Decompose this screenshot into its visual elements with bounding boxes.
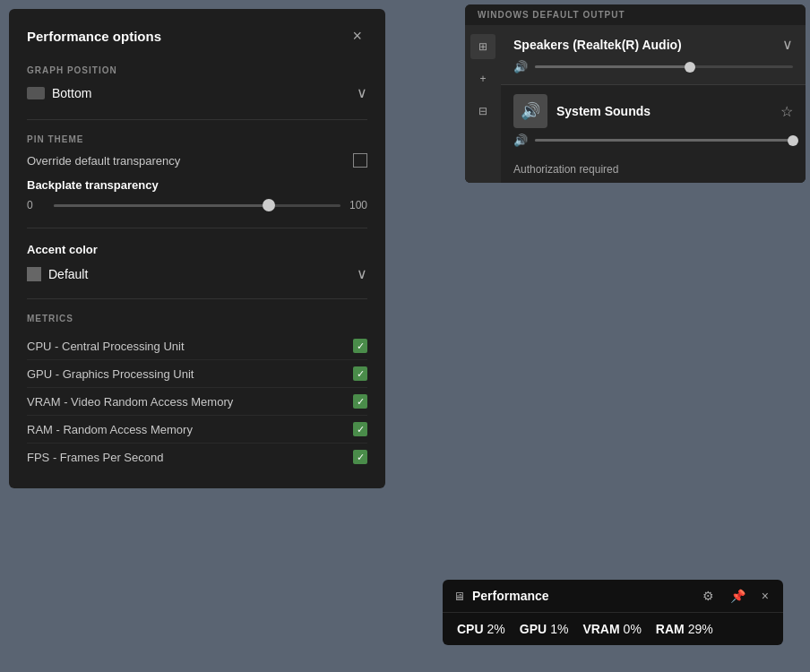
perf-vram-value: 0% — [624, 622, 642, 636]
speakers-row: Speakers (Realtek(R) Audio) ∨ — [501, 25, 806, 60]
metric-vram-label: VRAM - Video Random Access Memory — [27, 395, 233, 409]
metric-vram-checkbox[interactable] — [353, 394, 367, 409]
accent-chevron[interactable]: ∨ — [357, 265, 367, 282]
metric-row-cpu: CPU - Central Processing Unit — [27, 332, 367, 360]
metric-row-fps: FPS - Frames Per Second — [27, 444, 367, 470]
metric-gpu-label: GPU - Graphics Processing Unit — [27, 367, 194, 381]
perf-cpu-label: CPU — [457, 622, 484, 636]
perf-stat-cpu: CPU 2% — [457, 622, 505, 636]
metric-ram-label: RAM - Random Access Memory — [27, 423, 193, 436]
audio-icon-1[interactable]: ⊞ — [470, 34, 495, 59]
perf-monitor-icon: 🖥 — [453, 590, 465, 603]
perf-gpu-value: 1% — [550, 622, 568, 636]
metric-cpu-checkbox[interactable] — [353, 339, 367, 353]
perf-widget-title-row: 🖥 Performance — [453, 589, 549, 603]
metrics-list: CPU - Central Processing Unit GPU - Grap… — [27, 332, 367, 470]
performance-widget: 🖥 Performance ⚙ 📌 × CPU 2% GPU 1% VRAM 0… — [443, 580, 783, 645]
close-button[interactable]: × — [347, 25, 367, 47]
metric-row-vram: VRAM - Video Random Access Memory — [27, 388, 367, 416]
speakers-slider-fill — [535, 65, 690, 68]
panel-header: Performance options × — [27, 25, 367, 47]
audio-panel-header: WINDOWS DEFAULT OUTPUT — [465, 4, 806, 25]
audio-icon-2[interactable]: + — [470, 66, 495, 91]
pin-theme-label: PIN THEME — [27, 134, 367, 144]
override-transparency-checkbox[interactable] — [353, 153, 367, 168]
metrics-label: METRICS — [27, 314, 367, 323]
system-sounds-slider-row: 🔊 — [501, 128, 806, 156]
perf-ram-label: RAM — [656, 622, 685, 636]
perf-cpu-value: 2% — [487, 622, 505, 636]
metric-row-ram: RAM - Random Access Memory — [27, 416, 367, 444]
graph-position-chevron[interactable]: ∨ — [357, 84, 367, 101]
perf-stat-vram: VRAM 0% — [582, 622, 641, 636]
perf-settings-button[interactable]: ⚙ — [699, 587, 718, 605]
divider-2 — [27, 228, 367, 228]
accent-color-value: Default — [48, 267, 88, 281]
graph-position-icon — [27, 87, 45, 99]
graph-position-dropdown-row: Bottom ∨ — [27, 84, 367, 101]
audio-icon-3[interactable]: ⊟ — [470, 99, 495, 124]
system-slider-fill — [535, 139, 793, 142]
graph-position-label: GRAPH POSITION — [27, 65, 367, 75]
slider-min: 0 — [27, 199, 45, 211]
performance-options-panel: Performance options × GRAPH POSITION Bot… — [9, 9, 385, 488]
audio-panel: WINDOWS DEFAULT OUTPUT ⊞ + ⊟ Speakers (R… — [465, 4, 806, 183]
metric-cpu-label: CPU - Central Processing Unit — [27, 340, 185, 353]
perf-stat-gpu: GPU 1% — [520, 622, 569, 636]
perf-pin-button[interactable]: 📌 — [727, 587, 749, 605]
slider-max: 100 — [349, 199, 367, 211]
system-sounds-slider-track[interactable] — [535, 139, 793, 142]
perf-gpu-label: GPU — [520, 622, 547, 636]
speakers-chevron[interactable]: ∨ — [782, 36, 793, 53]
graph-position-text: Bottom — [52, 86, 91, 100]
perf-widget-actions: ⚙ 📌 × — [699, 587, 772, 605]
accent-color-heading: Accent color — [27, 243, 367, 256]
metric-row-gpu: GPU - Graphics Processing Unit — [27, 360, 367, 388]
volume-icon-system: 🔊 — [513, 134, 528, 147]
divider-1 — [27, 119, 367, 120]
perf-close-button[interactable]: × — [758, 587, 772, 605]
slider-fill — [54, 204, 269, 207]
system-sounds-name: System Sounds — [556, 104, 771, 118]
speakers-slider-thumb[interactable] — [685, 62, 695, 73]
system-sounds-row: 🔊 System Sounds ☆ — [501, 85, 806, 128]
volume-icon-speakers: 🔊 — [513, 60, 528, 73]
panel-title: Performance options — [27, 29, 161, 44]
speaker-icon: 🔊 — [521, 101, 540, 121]
audio-left-icons: ⊞ + ⊟ — [465, 25, 501, 183]
override-transparency-row: Override default transparency — [27, 153, 367, 168]
perf-widget-header: 🖥 Performance ⚙ 📌 × — [443, 580, 783, 613]
speakers-slider-track[interactable] — [535, 65, 793, 68]
system-sounds-icon-box: 🔊 — [513, 94, 547, 128]
backplate-slider-track[interactable] — [54, 204, 340, 207]
perf-widget-title: Performance — [472, 589, 549, 603]
accent-color-row: Default ∨ — [27, 265, 367, 282]
metric-gpu-checkbox[interactable] — [353, 366, 367, 381]
divider-3 — [27, 298, 367, 299]
metric-fps-checkbox[interactable] — [353, 450, 367, 464]
audio-content-area: ⊞ + ⊟ Speakers (Realtek(R) Audio) ∨ 🔊 — [465, 25, 806, 183]
override-transparency-label: Override default transparency — [27, 154, 180, 168]
backplate-label: Backplate transparency — [27, 178, 367, 192]
perf-ram-value: 29% — [688, 622, 713, 636]
speakers-slider-row: 🔊 — [501, 60, 806, 84]
graph-position-value: Bottom — [27, 86, 91, 100]
audio-main-content: Speakers (Realtek(R) Audio) ∨ 🔊 🔊 System… — [501, 25, 806, 183]
accent-color-section: Accent color Default ∨ — [27, 243, 367, 282]
perf-stats-row: CPU 2% GPU 1% VRAM 0% RAM 29% — [443, 613, 783, 645]
backplate-slider-container: 0 100 — [27, 199, 367, 211]
system-slider-thumb[interactable] — [788, 135, 798, 146]
auth-required-row: Authorization required — [501, 156, 806, 183]
speakers-name: Speakers (Realtek(R) Audio) — [513, 38, 682, 52]
system-sounds-star[interactable]: ☆ — [780, 103, 793, 120]
auth-required-text: Authorization required — [513, 163, 618, 176]
accent-left: Default — [27, 267, 88, 281]
audio-panel-title: WINDOWS DEFAULT OUTPUT — [478, 10, 625, 20]
accent-color-swatch — [27, 267, 41, 281]
perf-vram-label: VRAM — [582, 622, 619, 636]
metric-ram-checkbox[interactable] — [353, 422, 367, 436]
slider-thumb[interactable] — [263, 199, 275, 211]
metric-fps-label: FPS - Frames Per Second — [27, 451, 163, 464]
perf-stat-ram: RAM 29% — [656, 622, 713, 636]
